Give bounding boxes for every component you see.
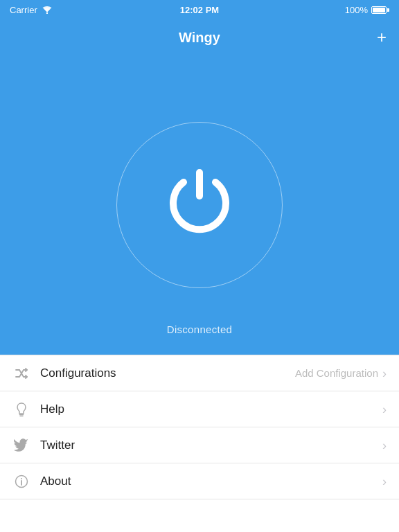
menu-item-configurations[interactable]: Configurations Add Configuration › xyxy=(0,355,399,391)
about-icon xyxy=(12,475,30,488)
configurations-icon xyxy=(12,366,30,381)
wifi-icon xyxy=(42,6,53,14)
app-title: Wingy xyxy=(179,30,220,46)
battery-icon xyxy=(371,6,389,14)
svg-point-5 xyxy=(21,478,22,479)
twitter-chevron: › xyxy=(382,439,387,452)
help-chevron: › xyxy=(382,403,387,416)
help-right: › xyxy=(382,403,387,416)
status-bar-left: Carrier xyxy=(10,5,53,15)
add-configuration-text: Add Configuration xyxy=(295,367,378,379)
connection-status: Disconnected xyxy=(167,323,233,335)
add-button[interactable]: + xyxy=(377,29,387,46)
status-bar-time: 12:02 PM xyxy=(180,5,219,15)
status-bar: Carrier 12:02 PM 100% xyxy=(0,0,399,19)
power-icon xyxy=(154,160,245,250)
help-label: Help xyxy=(40,402,382,416)
main-area: Disconnected xyxy=(0,55,399,355)
twitter-label: Twitter xyxy=(40,438,382,452)
nav-bar: Wingy + xyxy=(0,19,399,55)
configurations-label: Configurations xyxy=(40,366,295,380)
menu-item-help[interactable]: Help › xyxy=(0,391,399,427)
svg-point-0 xyxy=(46,12,48,14)
configurations-right: Add Configuration › xyxy=(295,367,387,380)
carrier-label: Carrier xyxy=(10,5,37,15)
status-bar-right: 100% xyxy=(345,5,389,15)
power-button[interactable] xyxy=(116,122,283,288)
menu-item-twitter[interactable]: Twitter › xyxy=(0,427,399,463)
twitter-icon xyxy=(12,438,30,452)
about-chevron: › xyxy=(382,475,387,488)
menu-section: Configurations Add Configuration › Help … xyxy=(0,355,399,499)
about-right: › xyxy=(382,475,387,488)
menu-item-about[interactable]: About › xyxy=(0,463,399,499)
about-label: About xyxy=(40,475,382,488)
configurations-chevron: › xyxy=(382,367,387,380)
help-icon xyxy=(12,402,30,417)
twitter-right: › xyxy=(382,439,387,452)
battery-percentage: 100% xyxy=(345,5,368,15)
